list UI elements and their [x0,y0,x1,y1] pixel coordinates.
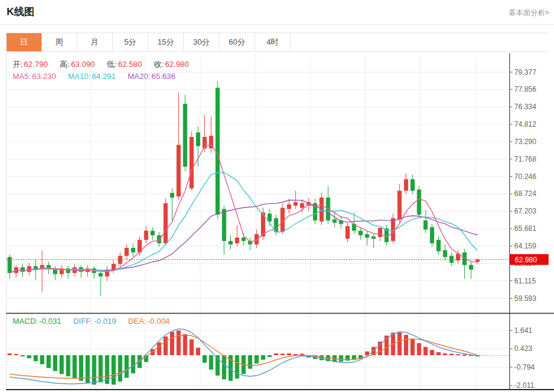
svg-text:67.203: 67.203 [514,207,537,215]
svg-text:0.423: 0.423 [514,344,532,353]
chart-frame [6,53,554,390]
svg-text:62.980: 62.980 [515,256,537,264]
ma5-value: 63.230 [32,72,56,81]
high-label: 高: [60,60,70,69]
low-value: 62.580 [118,60,142,69]
svg-text:74.812: 74.812 [514,120,537,128]
svg-text:59.593: 59.593 [514,294,537,303]
svg-text:1.641: 1.641 [514,326,532,335]
kline-page: { "header": { "title": "K线图", "link_labe… [0,0,554,392]
low-label: 低: [107,60,117,69]
macd-axis-labels: 1.6410.423-0.794-2.011 [509,326,535,390]
svg-text:79.377: 79.377 [514,68,537,77]
macd-histogram [8,330,480,385]
svg-text:61.115: 61.115 [514,277,536,285]
ma20-value: 65.636 [151,72,175,81]
last-price-badge: 62.980 [510,254,549,265]
svg-text:64.159: 64.159 [514,242,537,250]
svg-text:65.681: 65.681 [514,224,537,233]
svg-text:71.768: 71.768 [514,155,537,163]
ma-legend: MA5:63.230 MA10:64.291 MA20:65.636 [13,72,177,81]
macd-legend: MACD:-0.031 DIFF:-0.019 DEA:-0.004 [13,317,171,326]
svg-text:76.334: 76.334 [514,103,537,111]
svg-text:73.290: 73.290 [514,138,537,146]
macd-value: -0.031 [39,317,61,326]
ma5-line [10,145,477,273]
open-label: 开: [13,60,23,69]
svg-text:68.724: 68.724 [514,189,537,198]
ma20-label: MA20: [128,72,151,81]
macd-label: MACD: [13,317,38,326]
svg-text:-2.011: -2.011 [514,381,534,390]
close-label: 收: [154,60,164,69]
dea-value: -0.004 [148,317,170,326]
ma10-value: 64.291 [92,72,116,81]
ma5-label: MA5: [13,72,31,81]
high-value: 63.090 [71,60,95,69]
svg-text:77.856: 77.856 [514,85,537,93]
dea-label: DEA: [128,317,146,326]
open-value: 62.790 [24,60,48,69]
svg-text:70.246: 70.246 [514,172,537,181]
close-value: 62.980 [165,60,189,69]
diff-value: -0.019 [94,317,116,326]
svg-text:-0.794: -0.794 [514,363,535,371]
diff-label: DIFF: [73,317,93,326]
price-axis-labels: 79.37777.85676.33474.81273.29071.76870.2… [509,68,537,303]
ohlc-legend: 开:62.790 高:63.090 低:62.580 收:62.980 [13,59,190,70]
ma10-label: MA10: [68,72,91,81]
